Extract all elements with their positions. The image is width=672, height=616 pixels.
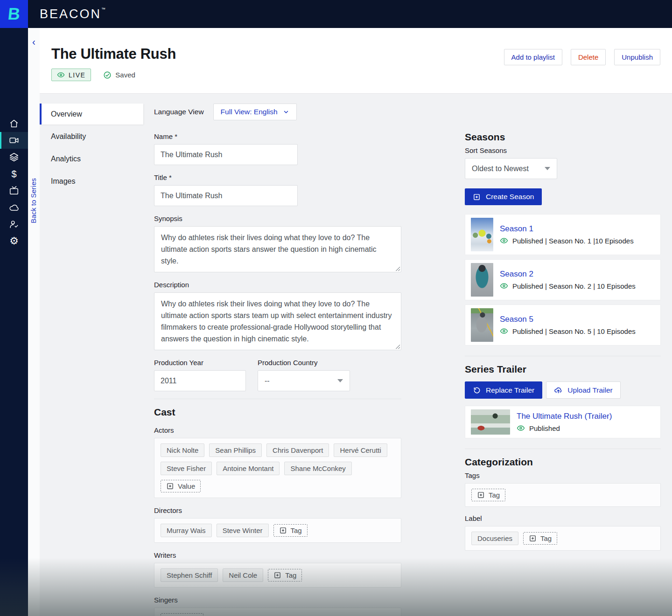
categorization-heading: Categorization: [465, 457, 661, 468]
actor-chip[interactable]: Chris Davenport: [266, 443, 329, 457]
language-view-value: Full View: English: [221, 108, 278, 116]
season-card[interactable]: Season 2 Published | Season No. 2 | 10 E…: [465, 259, 661, 300]
add-to-playlist-button[interactable]: Add to playlist: [504, 49, 562, 65]
nav-item-channels[interactable]: [0, 182, 28, 199]
label-chip[interactable]: Docuseries: [471, 532, 518, 545]
production-year-label: Production Year: [154, 359, 246, 367]
production-country-select[interactable]: --: [258, 370, 350, 391]
add-writer-button[interactable]: Tag: [268, 569, 302, 581]
live-badge: LIVE: [51, 69, 91, 81]
nav-item-users[interactable]: [0, 216, 28, 233]
cast-heading: Cast: [154, 407, 401, 418]
season-meta: Published | Season No. 5 | 10 Episodes: [500, 327, 636, 335]
tags-chipbox: Tag: [465, 483, 661, 507]
seasons-heading: Seasons: [465, 132, 661, 143]
nav-item-media[interactable]: [0, 132, 28, 149]
actor-chip[interactable]: Nick Nolte: [161, 443, 204, 457]
trailer-meta: Published: [517, 424, 612, 432]
primary-nav-rail: $ ⚙: [0, 28, 28, 616]
label-label: Label: [465, 514, 661, 522]
add-actor-label: Value: [178, 482, 195, 490]
eye-icon: [500, 236, 508, 245]
nav-item-settings[interactable]: ⚙: [0, 233, 28, 249]
name-input[interactable]: [154, 144, 298, 165]
description-textarea[interactable]: Why do athletes risk their lives doing w…: [154, 292, 401, 350]
add-tag-button[interactable]: Tag: [471, 489, 505, 501]
divider: [465, 449, 661, 449]
season-title-link[interactable]: Season 1: [500, 224, 634, 234]
gear-icon: ⚙: [9, 236, 19, 246]
season-info: Season 2 Published | Season No. 2 | 10 E…: [500, 270, 636, 290]
beacon-logo[interactable]: B: [0, 0, 28, 28]
add-tag-label: Tag: [489, 491, 500, 499]
season-title-link[interactable]: Season 2: [500, 270, 636, 279]
synopsis-textarea[interactable]: Why do athletes risk their lives doing w…: [154, 226, 401, 272]
add-director-button[interactable]: Tag: [273, 524, 308, 537]
director-chip[interactable]: Steve Winter: [217, 524, 269, 537]
delete-button[interactable]: Delete: [571, 49, 606, 65]
title-input[interactable]: [154, 185, 298, 206]
cloud-icon: [9, 202, 19, 213]
replace-trailer-button[interactable]: Replace Trailer: [465, 381, 542, 399]
actor-chip[interactable]: Shane McConkey: [284, 462, 351, 475]
season-info: Season 5 Published | Season No. 5 | 10 E…: [500, 315, 636, 335]
season-title-link[interactable]: Season 5: [500, 315, 636, 324]
status-row: LIVE Saved: [51, 69, 672, 81]
main-area: The Ultimate Rush LIVE Saved Add to play…: [40, 28, 672, 616]
collapse-panel-button[interactable]: [30, 39, 37, 46]
tab-analytics[interactable]: Analytics: [40, 148, 143, 169]
nav-item-layers[interactable]: [0, 149, 28, 166]
actor-chip[interactable]: Hervé Cerutti: [334, 443, 387, 457]
home-icon: [9, 118, 19, 129]
chevron-down-icon: [283, 109, 289, 115]
trailer-card[interactable]: The Ultimate Rush (Trailer) Published: [465, 406, 661, 438]
dollar-icon: $: [11, 169, 16, 179]
production-year-input[interactable]: [154, 370, 246, 391]
sort-seasons-label: Sort Seasons: [465, 146, 661, 154]
add-label-tag-button[interactable]: Tag: [523, 532, 557, 545]
writer-chip[interactable]: Stephen Schiff: [161, 568, 218, 582]
actor-chip[interactable]: Antoine Montant: [217, 462, 280, 475]
plus-square-icon: [273, 571, 281, 579]
actors-label: Actors: [154, 426, 401, 434]
writer-chip[interactable]: Neil Cole: [223, 568, 263, 582]
season-card[interactable]: Season 5 Published | Season No. 5 | 10 E…: [465, 305, 661, 346]
tags-label: Tags: [465, 471, 661, 479]
actor-chip[interactable]: Sean Phillips: [209, 443, 262, 457]
plus-square-icon: [473, 193, 481, 201]
tab-images[interactable]: Images: [40, 171, 143, 192]
back-to-series-link[interactable]: Back to Series: [29, 178, 37, 223]
upload-trailer-button[interactable]: Upload Trailer: [546, 381, 621, 399]
nav-item-home[interactable]: [0, 115, 28, 132]
actor-chip[interactable]: Steve Fisher: [161, 462, 212, 475]
production-country-field: Production Country --: [258, 350, 350, 391]
writers-label: Writers: [154, 551, 401, 559]
season-card[interactable]: Season 1 Published | Season No. 1 |10 Ep…: [465, 214, 661, 255]
directors-chipbox: Murray Wais Steve Winter Tag: [154, 518, 401, 543]
nav-item-monetization[interactable]: $: [0, 166, 28, 182]
content-area: Overview Availability Analytics Images L…: [40, 93, 672, 616]
add-actor-button[interactable]: Value: [161, 480, 201, 492]
singers-chipbox: Singer: [154, 608, 401, 616]
season-meta-text: Published | Season No. 2 | 10 Episodes: [512, 282, 636, 290]
eye-icon: [517, 424, 525, 432]
video-camera-icon: [9, 135, 19, 145]
add-singer-button[interactable]: Singer: [161, 613, 203, 616]
resize-handle-icon[interactable]: [395, 344, 400, 349]
tab-overview[interactable]: Overview: [40, 104, 143, 125]
live-badge-label: LIVE: [69, 71, 85, 79]
synopsis-value: Why do athletes risk their lives doing w…: [161, 234, 377, 265]
trailer-title-link[interactable]: The Ultimate Rush (Trailer): [517, 412, 612, 421]
create-season-button[interactable]: Create Season: [465, 188, 542, 205]
unpublish-button[interactable]: Unpublish: [614, 49, 660, 65]
trailer-status: Published: [529, 424, 560, 432]
season-list: Season 1 Published | Season No. 1 |10 Ep…: [465, 214, 661, 346]
nav-item-cloud[interactable]: [0, 199, 28, 216]
sort-seasons-select[interactable]: Oldest to Newest: [465, 158, 557, 179]
director-chip[interactable]: Murray Wais: [161, 524, 212, 537]
header-actions: Add to playlist Delete Unpublish: [504, 49, 660, 65]
cloud-upload-icon: [554, 386, 563, 395]
tab-availability[interactable]: Availability: [40, 126, 143, 147]
language-view-dropdown[interactable]: Full View: English: [213, 104, 297, 120]
resize-handle-icon[interactable]: [395, 266, 400, 271]
